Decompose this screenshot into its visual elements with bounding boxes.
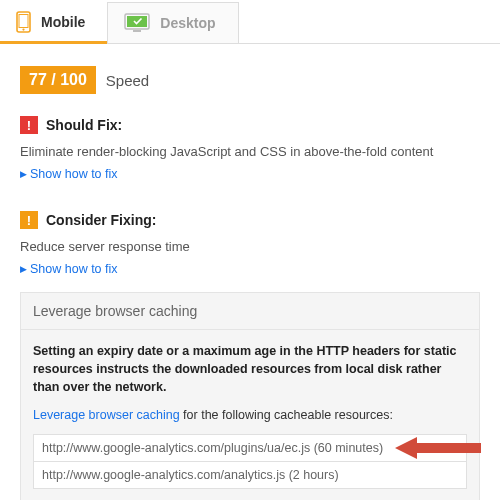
show-how-to-fix-link[interactable]: ▶ Show how to fix (20, 167, 118, 181)
should-fix-heading: ! Should Fix: (20, 116, 480, 134)
should-fix-label: Should Fix: (46, 117, 122, 133)
tab-desktop[interactable]: Desktop (107, 2, 238, 43)
score-label: Speed (106, 72, 149, 89)
consider-fixing-rule: Reduce server response time (20, 239, 480, 254)
expanded-sub: Leverage browser caching for the followi… (33, 408, 467, 422)
tab-mobile[interactable]: Mobile (0, 1, 107, 44)
expanded-desc: Setting an expiry date or a maximum age … (33, 342, 467, 396)
device-tabs: Mobile Desktop (0, 0, 500, 44)
show-link-label-2: Show how to fix (30, 262, 118, 276)
alert-icon: ! (20, 116, 38, 134)
resource-list: http://www.google-analytics.com/plugins/… (33, 434, 467, 489)
triangle-right-icon: ▶ (20, 169, 27, 179)
desktop-icon (124, 13, 150, 33)
leverage-caching-link[interactable]: Leverage browser caching (33, 408, 180, 422)
svg-rect-1 (19, 15, 28, 28)
svg-rect-4 (127, 16, 147, 27)
mobile-icon (16, 11, 31, 33)
leverage-caching-block: Leverage browser caching Setting an expi… (20, 292, 480, 500)
expanded-body: Setting an expiry date or a maximum age … (21, 329, 479, 500)
consider-fixing-heading: ! Consider Fixing: (20, 211, 480, 229)
speed-content: 77 / 100 Speed ! Should Fix: Eliminate r… (0, 44, 500, 500)
svg-rect-5 (133, 30, 141, 32)
expanded-title: Leverage browser caching (21, 293, 479, 329)
show-link-label: Show how to fix (30, 167, 118, 181)
consider-fixing-label: Consider Fixing: (46, 212, 156, 228)
show-how-to-fix-link-2[interactable]: ▶ Show how to fix (20, 262, 118, 276)
score-row: 77 / 100 Speed (20, 66, 480, 94)
triangle-right-icon: ▶ (20, 264, 27, 274)
tab-desktop-label: Desktop (160, 15, 215, 31)
expanded-sub-text: for the following cacheable resources: (180, 408, 393, 422)
tab-mobile-label: Mobile (41, 14, 85, 30)
resource-row: http://www.google-analytics.com/analytic… (33, 461, 467, 489)
should-fix-rule: Eliminate render-blocking JavaScript and… (20, 144, 480, 159)
resource-row: http://www.google-analytics.com/plugins/… (33, 434, 467, 462)
warning-icon: ! (20, 211, 38, 229)
score-badge: 77 / 100 (20, 66, 96, 94)
svg-point-2 (22, 29, 24, 31)
